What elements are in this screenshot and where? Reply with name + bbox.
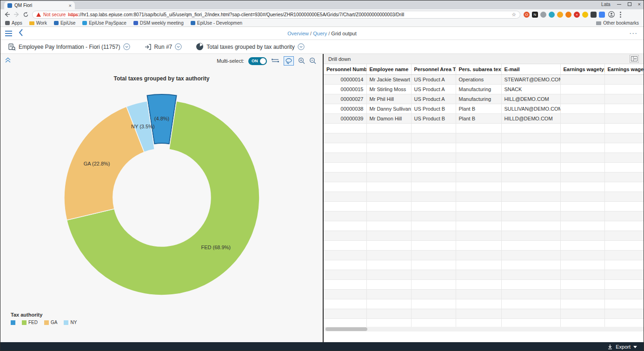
table-cell[interactable]: 00000027 [324,94,366,104]
table-cell[interactable] [604,104,644,113]
query-dropdown-icon[interactable] [123,43,130,50]
table-row[interactable]: 00000015Mr Stirling MossUS Product AManu… [324,84,644,94]
overflow-menu-icon[interactable]: ··· [630,30,638,37]
table-cell[interactable] [560,104,604,113]
table-cell[interactable]: HILLD@DEMO.COM [501,113,560,123]
legend-item[interactable] [11,320,15,325]
refresh-icon[interactable] [23,12,29,18]
bookmark-item[interactable]: EpiUse [54,20,75,26]
table-cell[interactable]: 00000039 [324,113,366,123]
profile-label[interactable]: Lata [601,2,610,7]
column-header[interactable]: E-mail [501,64,560,74]
scrollbar-thumb[interactable] [325,327,367,331]
column-header[interactable]: Earnings wagetype [604,64,644,74]
table-cell[interactable]: Manufacturing [456,84,501,94]
zoom-in-icon[interactable] [298,57,305,65]
table-row[interactable]: 00000027Mr Phil HillUS Product AManufact… [324,94,644,104]
column-header[interactable]: Earnings wagetype [560,64,604,74]
run-dropdown-icon[interactable] [175,43,182,50]
bookmark-star-icon[interactable]: ☆ [511,12,516,18]
extension-icon[interactable] [582,12,588,18]
table-cell[interactable]: US Product A [411,74,456,84]
table-cell[interactable]: Plant B [456,113,501,123]
bookmark-item[interactable]: Work [29,20,47,26]
profile-avatar-icon[interactable] [608,11,615,18]
table-cell[interactable]: SNACK [501,84,560,94]
multi-select-toggle[interactable]: ON [248,57,267,65]
legend-item[interactable]: GA [44,320,57,325]
table-cell[interactable] [604,94,644,104]
legend-item[interactable]: NY [64,320,77,325]
column-header[interactable]: Personnel Area Text [411,64,456,74]
collapse-header-icon[interactable] [5,57,11,65]
browser-menu-icon[interactable] [620,12,621,18]
column-header[interactable]: Employee name [366,64,411,74]
table-cell[interactable]: US Product B [411,104,456,113]
table-cell[interactable]: US Product A [411,84,456,94]
extension-icon[interactable] [549,12,555,18]
run-selector[interactable]: Run #7 [144,43,182,51]
table-cell[interactable]: STEWART@DEMO.COM [501,74,560,84]
table-cell[interactable]: Mr Stirling Moss [366,84,411,94]
lasso-select-button[interactable] [284,56,294,66]
legend-item[interactable]: FED [22,320,38,325]
table-cell[interactable] [560,84,604,94]
back-icon[interactable] [4,12,10,17]
tab-close-icon[interactable]: × [69,3,72,8]
table-cell[interactable]: Operations [456,74,501,84]
table-row[interactable]: 00000038Mr Danny SullivanUS Product BPla… [324,104,644,113]
forward-icon[interactable] [13,12,20,17]
extension-icon[interactable] [565,12,571,18]
extension-icon[interactable]: O [524,12,530,18]
table-cell[interactable]: HILL@DEMO.COM [501,94,560,104]
bookmark-item[interactable]: EpiUse - Developmen [191,20,242,26]
query-selector[interactable]: Employee Pay Information - Fiori (11757) [8,43,130,51]
extension-icon[interactable] [540,12,546,18]
not-secure-warning-icon[interactable] [36,13,41,17]
maximize-button[interactable] [628,2,631,6]
app-back-icon[interactable] [19,29,23,38]
table-cell[interactable]: Plant B [456,104,501,113]
chart-dropdown-icon[interactable] [298,43,305,50]
table-cell[interactable]: 00000014 [324,74,366,84]
column-header[interactable]: Pers. subarea text [456,64,501,74]
zoom-out-icon[interactable] [309,57,316,65]
table-cell[interactable]: 00000015 [324,84,366,94]
table-cell[interactable]: Mr Danny Sullivan [366,104,411,113]
table-cell[interactable] [560,74,604,84]
horizontal-scrollbar[interactable] [324,327,644,331]
column-header[interactable]: Personnel Number [324,64,366,74]
table-cell[interactable]: Manufacturing [456,94,501,104]
table-row[interactable]: 00000039Mr Damon HillUS Product BPlant B… [324,113,644,123]
url-text[interactable]: https://hr1.sap.labs.epiuse.com:8071/sap… [68,12,404,17]
table-cell[interactable]: US Product A [411,94,456,104]
table-cell[interactable] [560,113,604,123]
bookmark-item[interactable]: EpiUse PaySpace [82,20,126,26]
table-row[interactable]: 00000014Mr Jackie StewartUS Product AOpe… [324,74,644,84]
table-cell[interactable] [604,84,644,94]
table-cell[interactable] [560,94,604,104]
menu-hamburger-icon[interactable] [5,31,12,36]
extension-icon[interactable]: × [574,12,580,18]
extension-icon[interactable] [591,12,597,18]
table-cell[interactable] [604,74,644,84]
url-input[interactable]: Not secure https://hr1.sap.labs.epiuse.c… [32,11,520,19]
table-cell[interactable] [604,113,644,123]
extension-icon[interactable] [557,12,563,18]
other-bookmarks[interactable]: Other bookmarks [596,20,639,26]
export-dropdown-icon[interactable] [633,346,637,348]
minimize-button[interactable] [617,4,621,5]
close-button[interactable]: × [638,1,641,7]
expand-drilldown-button[interactable] [630,55,639,63]
range-select-icon[interactable] [271,57,279,65]
table-cell[interactable]: Mr Jackie Stewart [366,74,411,84]
extension-icon[interactable]: N [532,12,538,18]
chart-selector[interactable]: Total taxes grouped by tax authority [196,43,304,51]
table-cell[interactable]: Mr Damon Hill [366,113,411,123]
browser-tab[interactable]: QM Fiori × [4,1,75,9]
table-cell[interactable]: Mr Phil Hill [366,94,411,104]
bookmark-item[interactable]: Apps [5,20,22,26]
breadcrumb-item[interactable]: Query [313,31,327,36]
export-button[interactable]: Export [616,344,631,350]
table-cell[interactable]: US Product B [411,113,456,123]
